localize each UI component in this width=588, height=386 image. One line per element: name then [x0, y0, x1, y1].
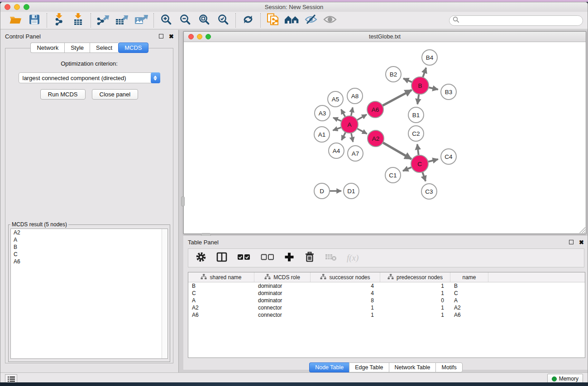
- column-header-label: predecessor nodes: [397, 274, 443, 281]
- table-cell[interactable]: 1: [380, 312, 450, 318]
- mcds-result-item[interactable]: B: [11, 243, 167, 251]
- zoom-fit-button[interactable]: [195, 13, 214, 28]
- tab-network[interactable]: Network: [30, 43, 64, 53]
- table-row[interactable]: Bdominator41B: [188, 282, 585, 290]
- minimize-window-button[interactable]: [14, 4, 20, 10]
- table-cell[interactable]: 1: [380, 305, 450, 311]
- import-network-button[interactable]: [50, 13, 69, 28]
- mcds-result-group: MCDS result (5 nodes) A2ABCA6: [8, 221, 170, 362]
- mcds-result-item[interactable]: A6: [11, 258, 167, 265]
- network-canvas[interactable]: AA1A2A3A4A5A6A7A8BB1B2B3B4CC1C2C3C4DD1: [184, 42, 586, 234]
- close-panel-icon[interactable]: ✖: [169, 33, 174, 40]
- import-table-button[interactable]: [69, 13, 88, 28]
- table-cell[interactable]: connector: [254, 312, 311, 318]
- column-header-predecessor-nodes[interactable]: predecessor nodes: [380, 272, 450, 282]
- mcds-result-item[interactable]: C: [11, 251, 167, 258]
- search-box[interactable]: [449, 15, 583, 26]
- network-zoom-button[interactable]: [206, 34, 211, 39]
- column-view-button[interactable]: [216, 251, 227, 265]
- export-table-button[interactable]: [113, 13, 132, 28]
- table-cell[interactable]: 4: [311, 283, 380, 289]
- zoom-in-button[interactable]: [157, 13, 176, 28]
- table-cell[interactable]: connector: [254, 305, 311, 311]
- table-cell[interactable]: 1: [311, 312, 380, 318]
- close-panel-button[interactable]: Close panel: [92, 89, 139, 100]
- mcds-result-item[interactable]: A: [11, 236, 167, 243]
- table-cell[interactable]: A: [188, 297, 254, 304]
- tab-select[interactable]: Select: [90, 43, 118, 53]
- table-cell[interactable]: 1: [380, 290, 450, 296]
- resize-grip-icon[interactable]: [579, 227, 585, 233]
- column-header-MCDS-role[interactable]: MCDS role: [254, 272, 311, 282]
- memory-status-icon: [552, 376, 557, 381]
- run-mcds-button[interactable]: Run MCDS: [40, 89, 86, 100]
- float-panel-icon[interactable]: [159, 34, 163, 38]
- zoom-out-button[interactable]: [176, 13, 195, 28]
- save-button[interactable]: [25, 13, 44, 28]
- table-cell[interactable]: B: [188, 283, 254, 289]
- mcds-result-list[interactable]: A2ABCA6: [10, 229, 168, 359]
- table-cell[interactable]: 1: [380, 283, 450, 289]
- column-header-successor-nodes[interactable]: successor nodes: [311, 272, 380, 282]
- tab-edge-table[interactable]: Edge Table: [349, 362, 388, 372]
- table-cell[interactable]: dominator: [254, 290, 311, 296]
- table-cell[interactable]: 1: [311, 305, 380, 311]
- delete-column-button[interactable]: [304, 251, 315, 265]
- select-all-button[interactable]: [237, 251, 251, 265]
- mcds-list-scrollbar[interactable]: [162, 229, 167, 358]
- table-cell[interactable]: A2: [188, 305, 254, 311]
- refresh-button[interactable]: [239, 13, 258, 28]
- column-header-name[interactable]: name: [450, 272, 488, 282]
- table-cell[interactable]: A2: [450, 305, 488, 311]
- export-network-button[interactable]: [94, 13, 113, 28]
- tab-node-table[interactable]: Node Table: [309, 362, 349, 372]
- node-label-A6: A6: [372, 106, 379, 113]
- tab-mcds[interactable]: MCDS: [118, 43, 148, 53]
- table-cell[interactable]: B: [450, 283, 488, 289]
- search-input[interactable]: [459, 17, 583, 24]
- zoom-window-button[interactable]: [24, 4, 29, 10]
- first-neighbors-button[interactable]: [282, 13, 301, 28]
- deselect-all-button[interactable]: [261, 251, 274, 265]
- table-cell[interactable]: dominator: [254, 283, 311, 289]
- table-cell[interactable]: 0: [380, 297, 450, 304]
- criterion-dropdown[interactable]: largest connected component (directed): [19, 72, 160, 83]
- table-cell[interactable]: A: [450, 297, 488, 304]
- hide-selected-button[interactable]: [301, 13, 320, 28]
- mcds-result-item[interactable]: A2: [11, 229, 167, 236]
- task-history-button[interactable]: [5, 374, 17, 382]
- table-row[interactable]: A2connector11A2: [188, 304, 585, 311]
- new-network-from-selection-button[interactable]: [263, 13, 282, 28]
- table-cell[interactable]: C: [450, 290, 488, 296]
- gear-button[interactable]: [196, 251, 206, 265]
- table-row[interactable]: Cdominator41C: [188, 290, 585, 297]
- table-float-panel-icon[interactable]: [569, 240, 574, 244]
- zoom-selected-icon: [218, 14, 229, 27]
- table-cell[interactable]: A6: [450, 312, 488, 318]
- network-minimize-button[interactable]: [197, 34, 202, 39]
- table-cell[interactable]: A6: [188, 312, 254, 318]
- add-column-button[interactable]: [284, 251, 294, 265]
- column-header-shared-name[interactable]: shared name: [188, 272, 254, 282]
- tab-network-table[interactable]: Network Table: [389, 362, 436, 372]
- table-cell[interactable]: 4: [311, 290, 380, 296]
- table-cell[interactable]: 8: [311, 297, 380, 304]
- table-close-panel-icon[interactable]: ✖: [579, 239, 584, 246]
- memory-button[interactable]: Memory: [547, 374, 583, 382]
- show-all-button[interactable]: [320, 13, 339, 28]
- table-cell[interactable]: C: [188, 290, 254, 296]
- close-window-button[interactable]: [5, 4, 10, 10]
- vertical-splitter-handle[interactable]: [181, 196, 185, 206]
- toolbar-separator: [47, 13, 47, 28]
- node-label-A5: A5: [332, 96, 339, 103]
- network-close-button[interactable]: [188, 34, 194, 39]
- table-cell[interactable]: dominator: [254, 297, 311, 304]
- table-row[interactable]: A6connector11A6: [188, 311, 585, 319]
- zoom-selected-button[interactable]: [214, 13, 233, 28]
- tab-style[interactable]: Style: [64, 43, 90, 53]
- open-folder-button[interactable]: [6, 13, 25, 28]
- node-table[interactable]: shared name MCDS role successor nodes pr…: [188, 272, 585, 358]
- table-row[interactable]: Adominator80A: [188, 297, 585, 304]
- export-image-button[interactable]: [132, 13, 151, 28]
- tab-motifs[interactable]: Motifs: [435, 362, 462, 372]
